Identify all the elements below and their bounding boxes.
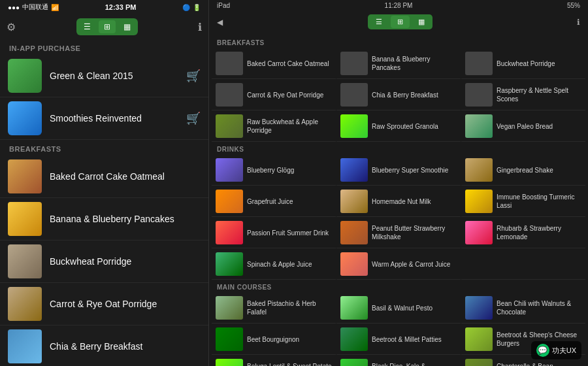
thumb-chia [8,329,42,363]
ipad-thumb [465,359,493,366]
ipad-clock: 11:28 PM [385,2,413,9]
thumb-baked-carrot [8,159,42,193]
ipad-content: BREAKFASTS Baked Carrot Cake Oatmeal Ban… [209,33,588,366]
ipad-status-bar: iPad 11:28 PM 55% [209,0,588,11]
ipad-item[interactable]: Banana & Blueberry Pancakes [336,48,461,79]
info-button-left[interactable]: ℹ [198,21,202,33]
ipad-item-label: Beluga Lentil & Sweet Potato Stew [247,362,332,366]
ipad-thumb [465,158,493,182]
list-item-carrot-rye[interactable]: Carrot & Rye Oat Porridge [0,283,208,325]
bluetooth-icon: 🔵 [182,4,190,11]
ipad-item-label: Beet Bourguignon [247,335,299,344]
wifi-icon: 📶 [51,4,59,11]
ipad-mains-header: MAIN COURSES [209,280,588,293]
iap-item-green-clean[interactable]: Green & Clean 2015 🛒 [0,55,208,97]
ipad-thumb [340,327,368,351]
wechat-icon: 💬 [536,344,549,357]
ipad-item[interactable]: Raw Buckwheat & Apple Porridge [212,111,336,142]
ipad-thumb [340,114,368,138]
ipad-thumb [340,296,368,320]
iap-label-smoothies: Smoothies Reinvented [50,113,186,124]
ipad-item[interactable]: Vegan Paleo Bread [461,111,585,142]
ipad-list-btn[interactable]: ☰ [369,16,389,28]
left-toolbar: ⚙ ☰ ⊞ ▦ ℹ [0,14,208,39]
ipad-item-label: Chia & Berry Breakfast [372,91,438,99]
thumb-carrot-rye [8,287,42,321]
grid3-view-button[interactable]: ▦ [118,20,136,33]
ipad-thumb [216,221,243,244]
ipad-item-label: Basil & Walnut Pesto [372,304,433,312]
ipad-item[interactable]: Beetroot & Millet Patties [336,324,461,355]
ipad-item[interactable]: Warm Apple & Carrot Juice [336,249,461,280]
cart-icon-green: 🛒 [186,69,201,83]
ipad-item[interactable]: Raspberry & Nettle Spelt Scones [461,80,585,110]
settings-button[interactable]: ⚙ [7,21,16,33]
list-item-buckwheat[interactable]: Buckwheat Porridge [0,241,208,283]
wechat-label: 功夫UX [552,346,576,356]
ipad-item-label: Grapefruit Juice [247,197,293,206]
ipad-item[interactable]: Blueberry Glögg [212,155,336,186]
ipad-thumb [465,296,493,320]
ipad-item-label: Peanut Butter Strawberry Milkshake [372,224,457,241]
ipad-item[interactable]: Basil & Walnut Pesto [336,293,461,324]
ipad-info-icon[interactable]: ℹ [577,18,580,27]
ipad-item[interactable]: Blueberry Super Smoothie [336,155,461,186]
ipad-grid2-btn[interactable]: ⊞ [391,16,410,28]
ipad-item-label: Raw Buckwheat & Apple Porridge [247,118,332,135]
ipad-item-label: Blueberry Super Smoothie [372,166,448,175]
list-item-baked-carrot[interactable]: Baked Carrot Cake Oatmeal [0,156,208,198]
ipad-item-label: Baked Pistachio & Herb Falafel [247,299,332,316]
ipad-item-label: Homemade Nut Milk [372,197,431,206]
ipad-item-label: Beetroot & Millet Patties [372,335,442,344]
ipad-item-label: Black Rice, Kale & Aubergine Pilaf [372,362,457,366]
clock-left: 12:33 PM [105,3,137,11]
ipad-item[interactable]: Buckwheat Porridge [461,48,585,79]
ipad-item[interactable]: Passion Fruit Summer Drink [212,218,336,248]
ipad-item[interactable]: Rhubarb & Strawberry Lemonade [461,218,585,248]
ipad-item[interactable]: Black Rice, Kale & Aubergine Pilaf [336,356,461,366]
ipad-item[interactable]: Raw Sprouted Granola [336,111,461,142]
ipad-item-empty [461,249,585,280]
ipad-item[interactable]: Spinach & Apple Juice [212,249,336,280]
ipad-item-label: Blueberry Glögg [247,166,294,175]
ipad-item[interactable]: Homemade Nut Milk [336,186,461,217]
ipad-item[interactable]: Peanut Butter Strawberry Milkshake [336,218,461,248]
ipad-grid3-btn[interactable]: ▦ [412,16,431,28]
label-buckwheat: Buckwheat Porridge [50,256,131,267]
list-item-chia[interactable]: Chia & Berry Breakfast [0,325,208,366]
ipad-item[interactable]: Beluga Lentil & Sweet Potato Stew [212,356,336,366]
ipad-item[interactable]: Carrot & Rye Oat Porridge [212,80,336,110]
ipad-item[interactable]: Immune Boosting Turmeric Lassi [461,186,585,217]
ipad-thumb [216,158,243,182]
ipad-item[interactable]: Grapefruit Juice [212,186,336,217]
ipad-item[interactable]: Chia & Berry Breakfast [336,80,461,110]
carrier-label: 中国联通 [22,3,48,12]
ipad-breakfasts-grid: Baked Carrot Cake Oatmeal Banana & Blueb… [209,48,588,142]
ipad-item[interactable]: Baked Pistachio & Herb Falafel [212,293,336,324]
wechat-badge: 💬 功夫UX [531,341,581,359]
ipad-thumb [465,221,493,244]
iap-section-header: IN-APP PURCHASE [0,39,208,55]
ipad-thumb [340,252,368,276]
ipad-thumb [340,83,368,107]
ipad-thumb [216,296,243,320]
ipad-item[interactable]: Bean Chili with Walnuts & Chocolate [461,293,585,324]
ipad-item-label: Rhubarb & Strawberry Lemonade [497,224,581,241]
ipad-breakfasts-header: BREAKFASTS [209,35,588,48]
left-panel: ●●● 中国联通 📶 12:33 PM 🔵 🔋 ⚙ ☰ ⊞ ▦ ℹ IN-APP… [0,0,209,366]
ipad-thumb [465,83,493,107]
ipad-item-label: Vegan Paleo Bread [497,122,553,131]
status-left: ●●● 中国联通 📶 [8,3,59,12]
iap-item-smoothies[interactable]: Smoothies Reinvented 🛒 [0,97,208,140]
ipad-thumb [216,327,243,351]
ipad-item[interactable]: Baked Carrot Cake Oatmeal [212,48,336,79]
label-banana: Banana & Blueberry Pancakes [50,213,174,225]
list-item-banana[interactable]: Banana & Blueberry Pancakes [0,198,208,241]
ipad-item[interactable]: Gingerbread Shake [461,155,585,186]
ipad-item[interactable]: Beet Bourguignon [212,324,336,355]
label-carrot-rye: Carrot & Rye Oat Porridge [50,298,157,310]
right-panel: iPad 11:28 PM 55% ◀ ☰ ⊞ ▦ ℹ BREAKFASTS B… [209,0,588,366]
list-view-button[interactable]: ☰ [78,20,96,33]
ipad-item-label: Spinach & Apple Juice [247,260,312,269]
grid2-view-button[interactable]: ⊞ [99,20,116,33]
